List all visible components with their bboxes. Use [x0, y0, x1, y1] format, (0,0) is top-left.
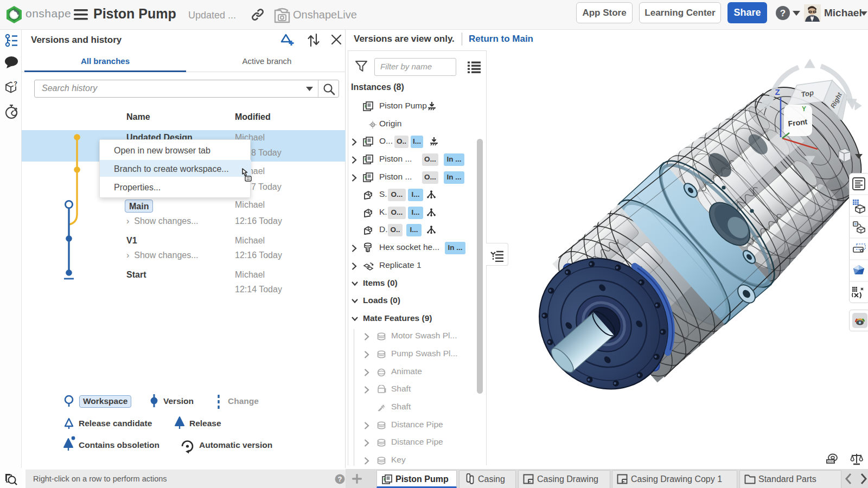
svg-text:?: ?	[14, 80, 17, 87]
svg-text:?: ?	[338, 475, 342, 483]
svg-text:Z: Z	[775, 87, 780, 97]
svg-text:?: ?	[780, 8, 786, 18]
svg-text:Y: Y	[802, 105, 806, 113]
